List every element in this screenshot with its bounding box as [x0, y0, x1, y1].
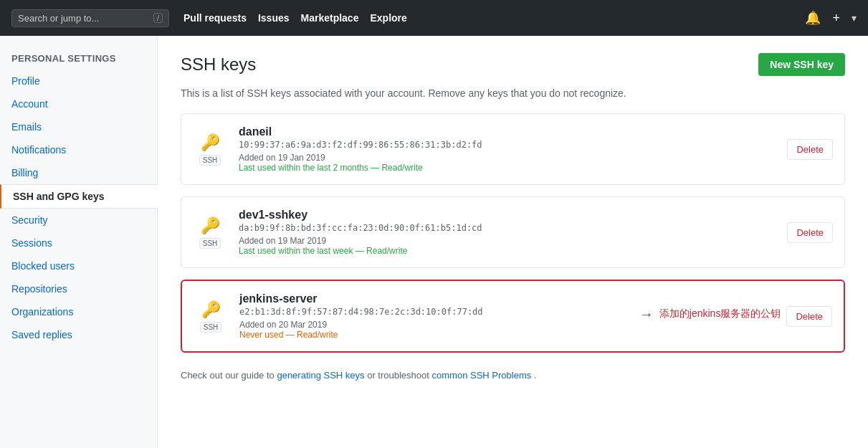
main-content: SSH keys New SSH key This is a list of S… [158, 36, 868, 448]
sidebar-item-security[interactable]: Security [0, 209, 157, 232]
slash-key: / [153, 13, 163, 23]
nav-issues[interactable]: Issues [258, 12, 290, 24]
sidebar-item-repositories[interactable]: Repositories [0, 277, 157, 300]
ssh-icon-area-3: 🔑 SSH [194, 300, 228, 333]
sidebar-item-emails[interactable]: Emails [0, 115, 157, 138]
main-header: SSH keys New SSH key [181, 53, 845, 76]
delete-button-jenkins[interactable]: Delete [786, 306, 832, 327]
nav-links: Pull requests Issues Marketplace Explore [183, 12, 407, 24]
ssh-info-2: dev1-sshkey da:b9:9f:8b:bd:3f:cc:fa:23:0… [239, 209, 776, 256]
ssh-icon-area-2: 🔑 SSH [193, 216, 227, 249]
sidebar-item-organizations[interactable]: Organizations [0, 300, 157, 323]
ssh-label-1: SSH [199, 155, 221, 166]
top-navbar: Search or jump to... / Pull requests Iss… [0, 0, 868, 36]
sidebar: Personal settings Profile Account Emails… [0, 36, 158, 448]
ssh-actions-2: Delete [787, 222, 833, 243]
ssh-used-3: Never used — Read/write [239, 330, 628, 340]
ssh-key-card-daneil: 🔑 SSH daneil 10:99:37:a6:9a:d3:f2:df:99:… [181, 113, 845, 185]
key-icon-3: 🔑 [201, 300, 221, 319]
nav-marketplace[interactable]: Marketplace [301, 12, 359, 24]
key-icon-1: 🔑 [201, 133, 220, 152]
chevron-down-icon: ▾ [852, 12, 857, 24]
sidebar-item-account[interactable]: Account [0, 92, 157, 115]
ssh-used-2: Last used within the last week — Read/wr… [239, 246, 776, 256]
ssh-info-3: jenkins-server e2:b1:3d:8f:9f:57:87:d4:9… [239, 292, 628, 340]
search-text: Search or jump to... [18, 13, 99, 24]
sidebar-item-saved-replies[interactable]: Saved replies [0, 323, 157, 346]
sidebar-item-sessions[interactable]: Sessions [0, 232, 157, 254]
delete-button-dev1[interactable]: Delete [787, 222, 833, 243]
annotation-area: → 添加的jenkins服务器的公钥 [639, 306, 781, 323]
ssh-added-1: Added on 19 Jan 2019 [239, 153, 776, 163]
sidebar-title: Personal settings [0, 47, 157, 70]
notifications-bell-icon[interactable]: 🔔 [805, 10, 821, 26]
ssh-key-card-jenkins: 🔑 SSH jenkins-server e2:b1:3d:8f:9f:57:8… [181, 280, 845, 353]
footer-text: Check out our guide to generating SSH ke… [181, 370, 845, 381]
footer-link-generating[interactable]: generating SSH keys [277, 370, 364, 381]
info-text: This is a list of SSH keys associated wi… [181, 87, 845, 99]
ssh-name-1: daneil [239, 125, 776, 138]
footer-link-common[interactable]: common SSH Problems [432, 370, 532, 381]
ssh-actions-1: Delete [787, 139, 833, 160]
nav-pull-requests[interactable]: Pull requests [183, 12, 247, 24]
topnav-right: 🔔 + ▾ [805, 10, 857, 26]
ssh-fingerprint-1: 10:99:37:a6:9a:d3:f2:df:99:86:55:86:31:3… [239, 140, 776, 150]
ssh-label-2: SSH [199, 238, 221, 249]
footer-pre: Check out our guide to [181, 370, 277, 381]
search-bar[interactable]: Search or jump to... / [11, 9, 169, 27]
footer-post: . [534, 370, 537, 381]
arrow-right-icon: → [639, 306, 654, 323]
page-title: SSH keys [181, 54, 256, 75]
ssh-icon-area-1: 🔑 SSH [193, 133, 227, 166]
footer-mid: or troubleshoot [367, 370, 431, 381]
page-layout: Personal settings Profile Account Emails… [0, 36, 868, 448]
ssh-name-3: jenkins-server [239, 292, 628, 305]
ssh-fingerprint-3: e2:b1:3d:8f:9f:57:87:d4:98:7e:2c:3d:10:0… [239, 307, 628, 317]
ssh-info-1: daneil 10:99:37:a6:9a:d3:f2:df:99:86:55:… [239, 125, 776, 173]
sidebar-item-ssh-gpg-keys[interactable]: SSH and GPG keys [0, 184, 158, 209]
ssh-added-3: Added on 20 Mar 2019 [239, 320, 628, 330]
sidebar-item-billing[interactable]: Billing [0, 161, 157, 184]
ssh-used-1: Last used within the last 2 months — Rea… [239, 163, 776, 173]
ssh-label-3: SSH [200, 322, 222, 333]
sidebar-item-blocked-users[interactable]: Blocked users [0, 254, 157, 277]
ssh-key-card-dev1: 🔑 SSH dev1-sshkey da:b9:9f:8b:bd:3f:cc:f… [181, 196, 845, 268]
sidebar-item-notifications[interactable]: Notifications [0, 138, 157, 161]
delete-button-daneil[interactable]: Delete [787, 139, 833, 160]
annotation-text: 添加的jenkins服务器的公钥 [659, 308, 781, 320]
ssh-name-2: dev1-sshkey [239, 209, 776, 221]
new-ssh-key-button[interactable]: New SSH key [758, 53, 845, 76]
plus-icon[interactable]: + [832, 11, 840, 26]
nav-explore[interactable]: Explore [370, 12, 406, 24]
ssh-fingerprint-2: da:b9:9f:8b:bd:3f:cc:fa:23:0d:90:0f:61:b… [239, 223, 776, 233]
ssh-added-2: Added on 19 Mar 2019 [239, 236, 776, 246]
key-icon-2: 🔑 [201, 216, 220, 235]
ssh-actions-3: → 添加的jenkins服务器的公钥 Delete [639, 306, 832, 327]
sidebar-item-profile[interactable]: Profile [0, 70, 157, 92]
